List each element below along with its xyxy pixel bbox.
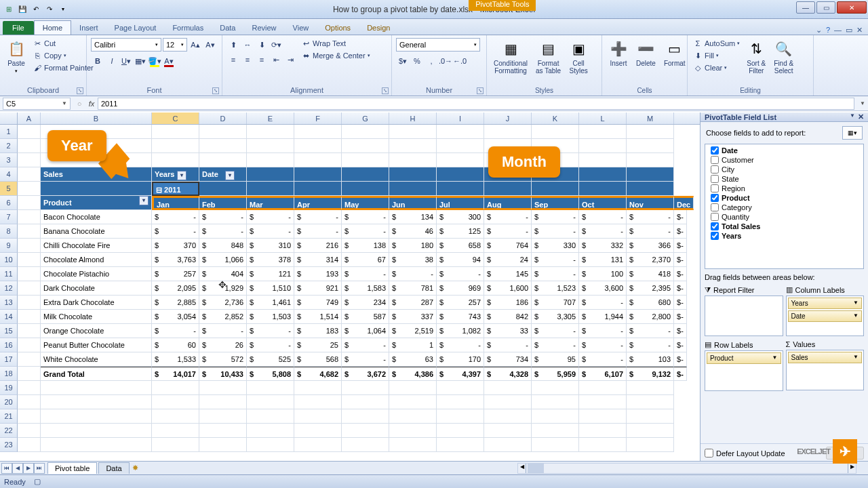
cell-styles-button[interactable]: ▣Cell Styles [566,38,591,76]
cell[interactable]: $145 [484,267,532,281]
cell[interactable] [342,182,389,196]
cell[interactable] [342,125,389,139]
row-labels-box[interactable]: Product▼ [705,350,783,391]
cell[interactable] [627,395,674,409]
cell[interactable] [294,182,342,196]
field-list-layout-button[interactable]: ▦▾ [842,126,863,140]
cell[interactable] [18,210,41,224]
cell[interactable]: $- [579,224,627,239]
cell[interactable]: $95 [532,352,579,367]
cell[interactable]: $257 [152,267,199,281]
cell[interactable]: $- [437,338,484,352]
cell[interactable]: $1,064 [342,324,389,338]
cell[interactable]: $- [247,210,294,224]
cell[interactable] [18,281,41,296]
row-header[interactable]: 13 [0,296,18,310]
row-header[interactable]: 20 [0,395,18,409]
col-header-E[interactable]: E [247,113,294,124]
shrink-font-icon[interactable]: A▾ [203,38,217,52]
font-color-button[interactable]: A▾ [162,54,176,68]
cell[interactable] [247,167,294,182]
cell[interactable]: Nov [627,196,674,210]
clear-button[interactable]: ◇Clear▾ [692,62,741,73]
cell[interactable]: $- [342,267,389,281]
cell[interactable] [627,167,674,182]
cell[interactable]: $60 [152,338,199,352]
undo-icon[interactable]: ↶ [30,3,42,16]
cell[interactable]: $- [674,224,687,239]
cell[interactable] [247,395,294,409]
cell[interactable] [199,125,247,139]
cell[interactable]: $125 [437,224,484,239]
col-header-C[interactable]: C [152,113,199,124]
row-header[interactable]: 14 [0,310,18,324]
cell[interactable]: $- [342,352,389,367]
cell[interactable]: Dec [674,196,694,210]
cell[interactable]: Extra Dark Chocolate [41,296,152,310]
cell[interactable] [579,153,627,167]
cell[interactable]: $- [437,267,484,281]
row-header[interactable]: 19 [0,381,18,395]
cell[interactable]: $- [199,210,247,224]
cell[interactable] [18,167,41,182]
cell[interactable]: $2,395 [627,281,674,296]
cell[interactable] [152,409,199,424]
cell[interactable]: Milk Chocolate [41,310,152,324]
cell[interactable] [199,153,247,167]
cell[interactable]: $418 [627,267,674,281]
cell[interactable] [18,224,41,239]
cell[interactable] [199,381,247,395]
field-customer[interactable]: Customer [711,155,858,165]
cell[interactable]: $- [674,239,687,253]
cell[interactable] [199,395,247,409]
row-header[interactable]: 23 [0,438,18,452]
row-header[interactable]: 3 [0,153,18,167]
cell[interactable] [41,424,152,438]
cell[interactable]: $- [484,338,532,352]
row-header[interactable]: 11 [0,267,18,281]
cell[interactable] [389,409,437,424]
cell[interactable]: $- [342,210,389,224]
maximize-button[interactable]: ▭ [816,1,835,14]
cell[interactable] [579,381,627,395]
cell[interactable]: $2,885 [152,296,199,310]
cell[interactable] [627,125,674,139]
cell[interactable] [342,381,389,395]
col-header-G[interactable]: G [342,113,389,124]
cell[interactable]: $842 [484,310,532,324]
column-labels-box[interactable]: Years▼Date▼ [786,296,865,336]
cell[interactable]: $2,800 [627,310,674,324]
field-date[interactable]: Date [711,146,858,155]
horizontal-scrollbar[interactable]: ◀ ▶ [517,463,856,474]
cell[interactable] [532,424,579,438]
cell[interactable]: Grand Total [41,367,152,381]
cell[interactable] [342,424,389,438]
cell[interactable]: $781 [389,281,437,296]
cell[interactable]: Feb [199,196,247,210]
cell[interactable] [342,139,389,153]
cell[interactable] [627,409,674,424]
cell[interactable] [389,125,437,139]
cell[interactable] [152,438,199,452]
cell[interactable] [627,153,674,167]
row-header[interactable]: 16 [0,338,18,352]
font-size-combo[interactable]: 12▾ [163,38,187,52]
report-filter-box[interactable] [705,296,783,336]
cell[interactable]: $- [152,224,199,239]
cell[interactable]: $1,523 [532,281,579,296]
cell[interactable] [247,182,294,196]
cell[interactable]: White Chocolate [41,352,152,367]
cell[interactable]: $658 [437,239,484,253]
sort-filter-button[interactable]: ⇅Sort & Filter [744,38,768,76]
cell[interactable]: $63 [389,352,437,367]
cell[interactable]: $26 [199,338,247,352]
row-header[interactable]: 6 [0,196,18,210]
cell[interactable]: $2,736 [199,296,247,310]
cell[interactable]: $- [627,224,674,239]
cell[interactable]: $- [674,253,687,267]
cell[interactable] [152,424,199,438]
cell[interactable]: $749 [294,296,342,310]
find-select-button[interactable]: 🔍Find & Select [771,38,796,76]
redo-icon[interactable]: ↷ [43,3,56,16]
cell[interactable]: $3,763 [152,253,199,267]
